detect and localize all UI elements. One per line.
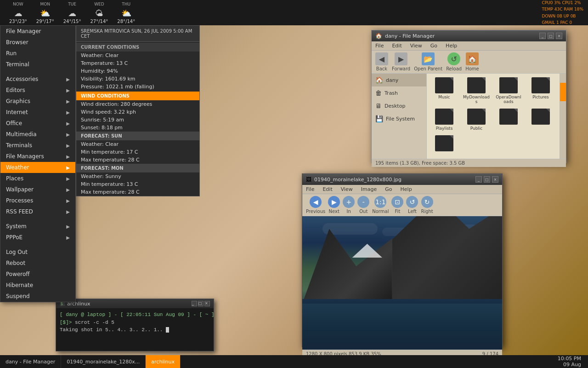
menu-internet[interactable]: Internet▶ <box>0 107 75 118</box>
iv-image-menu[interactable]: Image <box>359 186 379 193</box>
close-button[interactable]: × <box>204 301 210 306</box>
fm-home-button[interactable]: 🏠 Home <box>465 52 479 71</box>
iv-help-menu[interactable]: Help <box>399 186 414 193</box>
scrollbar[interactable] <box>560 74 566 159</box>
list-item[interactable]: OperaDownloads <box>495 77 522 104</box>
weather-wind-1: Wind direction: 280 degrees <box>76 100 199 108</box>
cpu-stats: CPU0 3% CPU1 2% <box>542 0 583 6</box>
iv-normal-button[interactable]: 1:1 Normal <box>372 196 389 214</box>
iv-rotate-right-button[interactable]: ↻ Right <box>421 196 433 214</box>
sidebar-trash[interactable]: 🗑 Trash <box>372 86 426 99</box>
menu-terminal[interactable]: Terminal <box>0 59 75 70</box>
taskbar-file-manager-label: dany - File Manager <box>6 359 55 365</box>
fm-help-menu[interactable]: Help <box>444 42 459 49</box>
list-item[interactable]: Playlists <box>430 109 458 131</box>
weather-tue-temp: 24°/15° <box>63 19 81 24</box>
menu-file-managers[interactable]: File Managers▶ <box>0 151 75 162</box>
list-item[interactable]: MyDownloads <box>463 77 490 104</box>
scroll-thumb[interactable] <box>560 83 566 101</box>
menu-multimedia[interactable]: Multimedia▶ <box>0 129 75 140</box>
weather-thu-label: THU <box>122 2 130 6</box>
list-item[interactable] <box>495 109 522 131</box>
menu-system[interactable]: System▶ <box>0 221 75 232</box>
iv-zoom-in-button[interactable]: + In <box>343 196 355 214</box>
menu-browser[interactable]: Browser <box>0 37 75 48</box>
terminal-window: $ archlinux _ □ × [ dany @ laptop ] - [ … <box>56 299 214 351</box>
fm-file-menu[interactable]: File <box>373 42 385 49</box>
file-manager-files: Music MyDownloads OperaDownloads Picture… <box>427 74 560 159</box>
fm-go-menu[interactable]: Go <box>429 42 439 49</box>
menu-places[interactable]: Places▶ <box>0 173 75 184</box>
mountain-right <box>392 216 502 304</box>
list-item[interactable]: Public <box>463 109 490 131</box>
fm-reload-button[interactable]: ↺ Reload <box>446 52 462 71</box>
menu-office[interactable]: Office▶ <box>0 118 75 129</box>
fm-edit-menu[interactable]: Edit <box>390 42 403 49</box>
menu-hibernate[interactable]: Hibernate <box>0 280 75 291</box>
image-viewer-toolbar: ◀ Previous ▶ Next + In - Out 1:1 Normal … <box>302 194 502 216</box>
file-manager-title: dany - File Manager <box>385 33 537 39</box>
iv-next-button[interactable]: ▶ Next <box>328 196 340 214</box>
maximize-button[interactable]: □ <box>484 176 490 183</box>
menu-processes[interactable]: Processes▶ <box>0 195 75 206</box>
taskbar-image-viewer[interactable]: 01940_morainelake_1280x... <box>61 355 146 368</box>
iv-previous-button[interactable]: ◀ Previous <box>306 196 325 214</box>
maximize-button[interactable]: □ <box>198 301 204 306</box>
menu-logout[interactable]: Log Out <box>0 247 75 258</box>
close-button[interactable]: × <box>556 33 562 39</box>
forecast-mon-1: Weather: Sunny <box>76 172 199 180</box>
image-viewer-window: 🖼 01940_morainelake_1280x800.jpg _ □ × F… <box>302 173 503 347</box>
sidebar-filesystem[interactable]: 💾 File System <box>372 112 426 125</box>
menu-poweroff[interactable]: Poweroff <box>0 269 75 280</box>
menu-reboot[interactable]: Reboot <box>0 258 75 269</box>
iv-rotate-left-button[interactable]: ↺ Left <box>406 196 418 214</box>
iv-normal-label: Normal <box>372 209 389 214</box>
terminal-line-2: [$]> scrot -c -d 5 <box>60 319 210 327</box>
minimize-button[interactable]: _ <box>539 33 546 39</box>
menu-pppoe[interactable]: PPPoE▶ <box>0 232 75 243</box>
file-label: MyDownloads <box>463 95 490 104</box>
sidebar-dany[interactable]: 🏠 dany <box>372 74 426 86</box>
menu-accessories[interactable]: Accessories▶ <box>0 74 75 85</box>
menu-weather[interactable]: Weather▶ <box>0 162 75 173</box>
iv-edit-menu[interactable]: Edit <box>321 186 334 193</box>
previous-icon: ◀ <box>310 196 322 208</box>
iv-previous-label: Previous <box>306 209 325 214</box>
iv-view-menu[interactable]: View <box>339 186 355 193</box>
menu-run[interactable]: Run <box>0 48 75 59</box>
forecast-sun-1: Weather: Clear <box>76 140 199 148</box>
menu-wallpaper[interactable]: Wallpaper▶ <box>0 184 75 195</box>
menu-graphics[interactable]: Graphics▶ <box>0 96 75 107</box>
list-item[interactable]: Pictures <box>527 77 554 104</box>
menu-editors[interactable]: Editors▶ <box>0 85 75 96</box>
list-item[interactable] <box>527 109 554 131</box>
fm-back-button[interactable]: ◀ Back <box>375 52 388 71</box>
menu-terminals[interactable]: Terminals▶ <box>0 140 75 151</box>
maximize-button[interactable]: □ <box>548 33 554 39</box>
iv-zoom-out-button[interactable]: - Out <box>357 196 369 214</box>
menu-suspend[interactable]: Suspend <box>0 291 75 302</box>
iv-fit-button[interactable]: ⊡ Fit <box>391 196 403 214</box>
taskbar-terminal[interactable]: archlinux <box>146 355 181 368</box>
arrow-icon: ▶ <box>66 88 70 93</box>
sidebar-desktop[interactable]: 🖥 Desktop <box>372 99 426 112</box>
weather-condition-2: Temperature: 13 C <box>76 59 199 67</box>
fm-forward-button[interactable]: ▶ Forward <box>392 52 410 71</box>
folder-file-icon <box>531 109 550 125</box>
list-item[interactable] <box>430 135 458 153</box>
list-item[interactable]: Music <box>430 77 458 104</box>
fm-view-menu[interactable]: View <box>408 42 424 49</box>
weather-panel-header: SREMSKA MITROVICA SUN, 26 JUL 2009 5:00 … <box>76 26 199 42</box>
fm-open-parent-button[interactable]: 📂 Open Parent <box>414 52 442 71</box>
weather-panel: SREMSKA MITROVICA SUN, 26 JUL 2009 5:00 … <box>76 25 200 196</box>
iv-file-menu[interactable]: File <box>304 186 316 193</box>
minimize-button[interactable]: _ <box>192 301 197 306</box>
iv-go-menu[interactable]: Go <box>383 186 394 193</box>
close-button[interactable]: × <box>492 176 498 183</box>
taskbar-file-manager[interactable]: dany - File Manager <box>0 355 61 368</box>
fm-back-label: Back <box>376 66 387 71</box>
svg-text:$: $ <box>61 302 63 306</box>
menu-rss-feed[interactable]: RSS FEED▶ <box>0 206 75 217</box>
menu-file-manager[interactable]: File Manager <box>0 26 75 37</box>
minimize-button[interactable]: _ <box>475 176 482 183</box>
